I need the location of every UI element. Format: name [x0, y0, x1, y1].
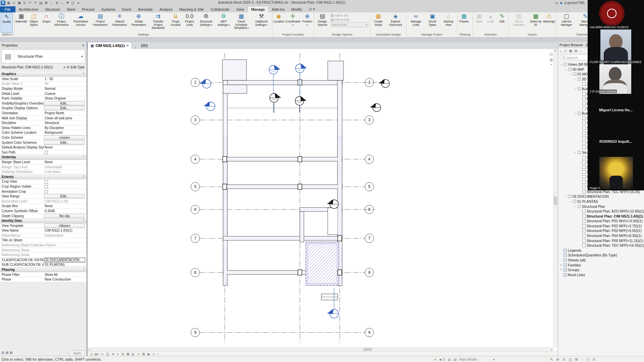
- property-row[interactable]: Scope Box None: [0, 204, 87, 209]
- property-row[interactable]: Underlay Orientation Look down: [0, 170, 87, 175]
- property-row[interactable]: Underlay: [0, 155, 87, 160]
- exclude-options-icon[interactable]: ⊕: [556, 357, 559, 362]
- property-row[interactable]: System Color Schemes Edit...: [0, 140, 87, 145]
- property-row[interactable]: Parts Visibility Show Original: [0, 96, 87, 101]
- ribbon-tab[interactable]: Architecture: [15, 6, 42, 12]
- property-row[interactable]: Phase New Construction: [0, 277, 87, 282]
- panel-label-select[interactable]: Select: [0, 33, 14, 37]
- ribbon-button[interactable]: ▦ Save: [474, 13, 485, 33]
- ribbon-button[interactable]: ⇖ Modify: [1, 13, 13, 33]
- ribbon-button[interactable]: ⇉ Transfer Project Standards: [148, 13, 168, 33]
- print-icon[interactable]: ▤: [39, 0, 43, 5]
- tree-item[interactable]: − 02 DOCUMENTACION: [558, 194, 644, 199]
- edit-type-button[interactable]: ⊞ Edit Type: [66, 65, 85, 69]
- sync-icon[interactable]: ↻: [22, 0, 27, 5]
- panel-label-inquiry[interactable]: Inquiry: [509, 33, 556, 37]
- ribbon-tab[interactable]: Structure: [42, 6, 63, 12]
- ribbon-tab[interactable]: Modify: [288, 6, 306, 12]
- ribbon-tab[interactable]: File: [0, 6, 15, 12]
- tree-item[interactable]: Structural Plan: P02 NFP(+2.75)(1): [558, 224, 644, 229]
- tree-item[interactable]: Structural Plan: P01 NIV(+/-0.00)(1): [558, 219, 644, 224]
- panel-label-settings[interactable]: Settings: [15, 33, 272, 37]
- active-workset-icon[interactable]: ☻:0: [439, 358, 445, 361]
- ribbon-button[interactable]: ◫ Object Styles: [27, 13, 41, 33]
- tree-toggle[interactable]: −: [564, 195, 567, 198]
- ribbon-button[interactable]: 0.0 Project Units: [183, 13, 196, 33]
- panel-label-design-options[interactable]: Design Options: [314, 33, 370, 37]
- panel-label-project-location[interactable]: Project Location: [272, 33, 314, 37]
- customize-qat-icon[interactable]: ▾: [76, 0, 80, 5]
- ribbon-button[interactable]: ▣ Decal Types: [425, 13, 440, 33]
- close-doc-icon[interactable]: ⊠: [44, 0, 48, 5]
- tree-item[interactable]: Structural Plan: TEC NFP(+16.05)(1): [558, 243, 644, 248]
- spot-elevation-markers[interactable]: [200, 64, 389, 318]
- video-participant-tile[interactable]: J R Gómez Ochoa: [588, 64, 644, 94]
- video-participant-tile[interactable]: Miguel Licona Hu...: [588, 94, 644, 126]
- zoom-icon[interactable]: ⊕: [55, 0, 59, 5]
- property-row[interactable]: Display Model Normal: [0, 86, 87, 92]
- property-row[interactable]: Referencing Sheet Collection <None>: [0, 243, 87, 248]
- home-icon[interactable]: ⌂: [132, 45, 138, 49]
- tree-toggle[interactable]: +: [559, 263, 562, 267]
- selection-filter-icon[interactable]: ▽: [586, 357, 589, 362]
- chevron-down-icon[interactable]: ▾: [434, 358, 436, 361]
- active-design-option-select[interactable]: Main Model ▾: [331, 22, 368, 27]
- ribbon-tab[interactable]: Massing & Site: [176, 6, 207, 12]
- design-option-icon[interactable]: ▤: [453, 358, 457, 361]
- tree-item[interactable]: Structural Plan: P03 NFP(+5.55)(1): [558, 228, 644, 233]
- property-row[interactable]: Range: Top Level Unbounded: [0, 165, 87, 170]
- type-selector[interactable]: ▤ Structural Plan ▾: [1, 49, 85, 63]
- tree-item[interactable]: Structural Plan: CIM NSZ(-1.60)(1): [558, 214, 644, 219]
- ribbon-tab[interactable]: Precast: [78, 6, 98, 12]
- property-row[interactable]: View Scale 1 : 50: [0, 77, 87, 82]
- signed-in-user[interactable]: jr.gomez73NL: [565, 1, 585, 5]
- ribbon-tab[interactable]: Manage: [248, 6, 269, 12]
- ribbon-button[interactable]: ✳ Shared Parameters: [110, 13, 129, 33]
- ribbon-button[interactable]: ▦ Panel Schedule Templates: [231, 13, 251, 33]
- close-icon[interactable]: ✕: [126, 44, 129, 47]
- chevron-down-icon[interactable]: ▾: [493, 358, 495, 361]
- tree-toggle[interactable]: +: [559, 268, 562, 272]
- measure-icon[interactable]: ↔: [49, 0, 54, 5]
- property-row[interactable]: Identity Data: [0, 219, 87, 224]
- account-icon[interactable]: ☻: [559, 1, 563, 5]
- property-row[interactable]: Graphic Display Options Edit...: [0, 106, 87, 111]
- property-row[interactable]: Referencing Detail: [0, 253, 87, 258]
- quick-access-toolbar[interactable]: R ▦ ▭ ▣ ↻ ↶ ↷ ▤ ⊠ ↔ ⊕ ⌂ ⚑ ◫ ▾: [1, 0, 80, 6]
- property-row[interactable]: Crop Region Visible: [0, 184, 87, 189]
- worksharing-display-icon[interactable]: ⊞: [142, 352, 145, 356]
- ribbon-button[interactable]: ⚙ Structural Settings: [196, 13, 216, 33]
- ribbon-button[interactable]: ☁ Parameters Service: [71, 13, 91, 33]
- property-row[interactable]: Range: Base Level None: [0, 160, 87, 165]
- press-drag-icon[interactable]: ⇲: [562, 357, 565, 362]
- tree-item[interactable]: Structural Plan: P05 NFP(+11.15)(1): [558, 238, 644, 243]
- vertical-scrollbar[interactable]: ▲: [553, 49, 558, 347]
- property-row[interactable]: Column Symbolic Offset 0.3048: [0, 209, 87, 214]
- undo-icon[interactable]: ↶: [28, 0, 32, 5]
- ribbon-button[interactable]: ⚠ Warnings: [543, 13, 555, 33]
- ribbon-button[interactable]: ▩ Select by ID: [528, 13, 543, 33]
- panel-label-selection[interactable]: Selection: [473, 33, 508, 37]
- scroll-thumb[interactable]: [554, 196, 557, 205]
- ribbon-tab[interactable]: View: [233, 6, 248, 12]
- tree-toggle[interactable]: −: [574, 87, 577, 90]
- ribbon-button[interactable]: ✛ Coordinates: [284, 13, 301, 33]
- property-row[interactable]: Title on Sheet: [0, 238, 87, 243]
- ribbon-button[interactable]: ▢ Add-Ins Manager: [556, 13, 576, 33]
- select-by-face-icon[interactable]: ◌: [581, 357, 583, 361]
- active-design-option[interactable]: Main Model: [460, 358, 477, 361]
- info-center-icon[interactable]: ▦: [6, 0, 11, 5]
- ribbon-button[interactable]: ∩ Snaps: [41, 13, 52, 33]
- panel-label-phasing[interactable]: Phasing: [458, 33, 473, 37]
- sun-path-icon[interactable]: ☀: [112, 352, 115, 356]
- ribbon-button[interactable]: ◈ Explore Outcomes: [386, 13, 406, 33]
- ribbon-tab[interactable]: Systems: [98, 6, 118, 12]
- property-row[interactable]: Default Analysis Display Style None: [0, 145, 87, 150]
- property-row[interactable]: Annotation Crop: [0, 189, 87, 194]
- ribbon-tab[interactable]: Insert: [119, 6, 135, 12]
- tree-item[interactable]: + Groups: [558, 267, 644, 273]
- property-row[interactable]: View Template <None>: [0, 223, 87, 228]
- property-row[interactable]: SUB CLASIFICACION DE VIS... 01 PLANTAS: [0, 262, 87, 267]
- ribbon-button[interactable]: ▥ IDs of Selection: [509, 13, 528, 33]
- property-row[interactable]: Graphics: [0, 72, 87, 77]
